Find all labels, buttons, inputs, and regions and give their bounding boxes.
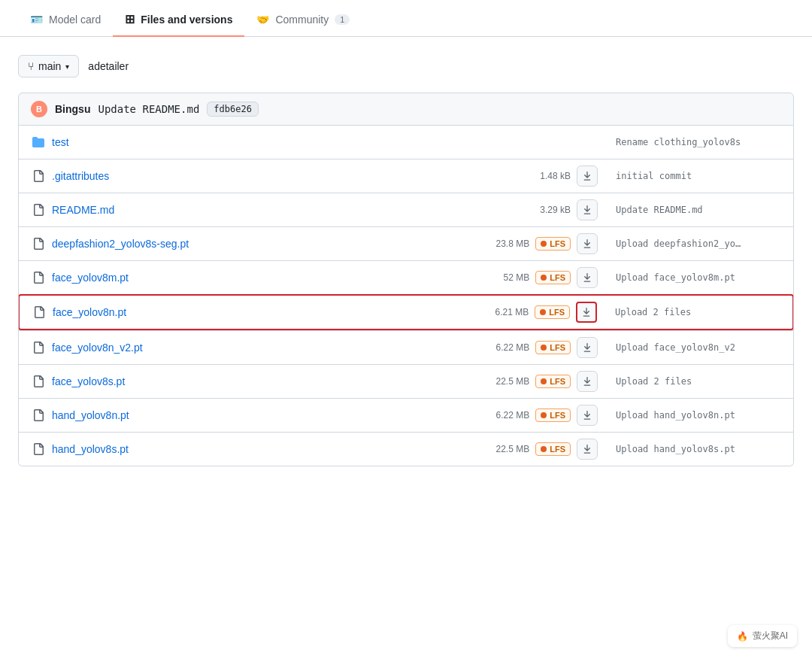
tab-model-card-label: Model card [49, 14, 101, 26]
download-button[interactable] [577, 439, 598, 460]
file-name[interactable]: deepfashion2_yolov8s-seg.pt [52, 238, 488, 250]
file-size: 6.22 MB [488, 342, 529, 353]
file-icon [31, 409, 46, 421]
file-name[interactable]: .gitattributes [52, 170, 529, 182]
file-size: 3.29 kB [529, 205, 571, 215]
files-versions-icon: ⊞ [125, 12, 135, 26]
lfs-badge: LFS [535, 271, 571, 284]
file-icon [31, 204, 46, 216]
commit-note: Upload 2 files [616, 376, 781, 387]
download-button[interactable] [577, 371, 598, 392]
file-meta: 22.5 MBLFS [488, 371, 598, 392]
folder-icon [31, 136, 46, 148]
table-row[interactable]: hand_yolov8n.pt6.22 MBLFSUpload hand_yol… [19, 398, 793, 432]
community-badge: 1 [335, 14, 350, 25]
file-table: testRename clothing_yolov8s.gitattribute… [18, 126, 794, 466]
commit-note: Upload hand_yolov8n.pt [616, 410, 781, 421]
tab-community-label: Community [275, 14, 329, 26]
commit-note: Upload deepfashion2_yo… [616, 238, 781, 249]
table-row[interactable]: deepfashion2_yolov8s-seg.pt23.8 MBLFSUpl… [19, 226, 793, 260]
file-meta: 3.29 kB [529, 199, 598, 220]
file-name[interactable]: face_yolov8n.pt [53, 306, 487, 318]
file-size: 1.48 kB [529, 171, 571, 181]
download-button[interactable] [577, 233, 598, 254]
table-row[interactable]: testRename clothing_yolov8s [19, 126, 793, 159]
model-card-icon: 🪪 [30, 14, 43, 26]
lfs-badge: LFS [535, 237, 571, 251]
lfs-badge: LFS [535, 305, 570, 319]
branch-icon: ⑂ [28, 60, 34, 72]
file-name[interactable]: hand_yolov8n.pt [52, 409, 488, 421]
breadcrumb: adetailer [88, 60, 129, 72]
file-meta: 23.8 MBLFS [488, 233, 598, 254]
file-name[interactable]: hand_yolov8s.pt [52, 443, 488, 455]
file-meta: 1.48 kB [529, 166, 598, 187]
download-button[interactable] [577, 267, 598, 288]
file-icon [31, 272, 46, 284]
commit-author: Bingsu [55, 103, 90, 115]
commit-note: Update README.md [616, 205, 781, 215]
commit-note: Upload face_yolov8n_v2 [616, 342, 781, 353]
download-button[interactable] [576, 302, 597, 323]
lfs-dot-icon [541, 412, 547, 418]
commit-note: Upload hand_yolov8s.pt [616, 444, 781, 454]
download-button[interactable] [577, 405, 598, 426]
lfs-dot-icon [540, 309, 546, 315]
lfs-badge: LFS [535, 375, 571, 388]
file-name[interactable]: face_yolov8n_v2.pt [52, 342, 488, 354]
branch-name: main [38, 60, 61, 72]
lfs-dot-icon [541, 241, 547, 247]
file-icon [31, 342, 46, 354]
table-row[interactable]: face_yolov8n_v2.pt6.22 MBLFSUpload face_… [19, 330, 793, 364]
download-button[interactable] [577, 166, 598, 187]
file-meta: 22.5 MBLFS [488, 439, 598, 460]
tab-community[interactable]: 🤝 Community 1 [244, 2, 362, 36]
table-row[interactable]: hand_yolov8s.pt22.5 MBLFSUpload hand_yol… [19, 432, 793, 466]
table-row[interactable]: face_yolov8m.pt52 MBLFSUpload face_yolov… [19, 260, 793, 294]
file-size: 6.22 MB [488, 410, 529, 421]
file-size: 22.5 MB [488, 444, 529, 454]
branch-selector[interactable]: ⑂ main ▾ [18, 55, 79, 77]
file-icon [32, 306, 47, 318]
lfs-badge: LFS [535, 442, 571, 456]
commit-note: Upload face_yolov8m.pt [616, 272, 781, 283]
file-size: 6.21 MB [487, 307, 529, 317]
file-name[interactable]: test [52, 136, 598, 148]
commit-note: Upload 2 files [615, 307, 780, 317]
commit-message: Update README.md [98, 103, 199, 115]
file-size: 22.5 MB [488, 376, 529, 387]
tab-bar: 🪪 Model card ⊞ Files and versions 🤝 Comm… [0, 0, 812, 37]
lfs-badge: LFS [535, 408, 571, 422]
commit-hash[interactable]: fdb6e26 [207, 102, 259, 117]
file-meta: 6.22 MBLFS [488, 337, 598, 358]
avatar: B [31, 101, 47, 117]
table-row[interactable]: .gitattributes1.48 kBinitial commit [19, 159, 793, 193]
file-size: 23.8 MB [488, 238, 529, 249]
file-meta: 6.21 MBLFS [487, 302, 597, 323]
download-button[interactable] [577, 199, 598, 220]
tab-files-versions-label: Files and versions [141, 14, 232, 26]
table-row[interactable]: face_yolov8n.pt6.21 MBLFSUpload 2 files [18, 294, 794, 330]
commit-note: Rename clothing_yolov8s [616, 137, 781, 147]
lfs-dot-icon [541, 345, 547, 351]
tab-model-card[interactable]: 🪪 Model card [18, 2, 113, 36]
file-icon [31, 443, 46, 455]
file-name[interactable]: face_yolov8m.pt [52, 272, 488, 284]
tab-files-versions[interactable]: ⊞ Files and versions [113, 0, 244, 37]
download-button[interactable] [577, 337, 598, 358]
branch-row: ⑂ main ▾ adetailer [18, 55, 794, 77]
file-icon [31, 238, 46, 250]
lfs-dot-icon [541, 275, 547, 281]
file-icon [31, 170, 46, 182]
file-name[interactable]: face_yolov8s.pt [52, 375, 488, 387]
table-row[interactable]: README.md3.29 kBUpdate README.md [19, 193, 793, 226]
file-size: 52 MB [488, 272, 529, 283]
lfs-dot-icon [541, 446, 547, 452]
commit-note: initial commit [616, 171, 781, 181]
file-icon [31, 375, 46, 387]
lfs-dot-icon [541, 378, 547, 384]
table-row[interactable]: face_yolov8s.pt22.5 MBLFSUpload 2 files [19, 364, 793, 398]
community-icon: 🤝 [256, 14, 269, 26]
chevron-down-icon: ▾ [65, 62, 69, 71]
file-name[interactable]: README.md [52, 204, 529, 216]
